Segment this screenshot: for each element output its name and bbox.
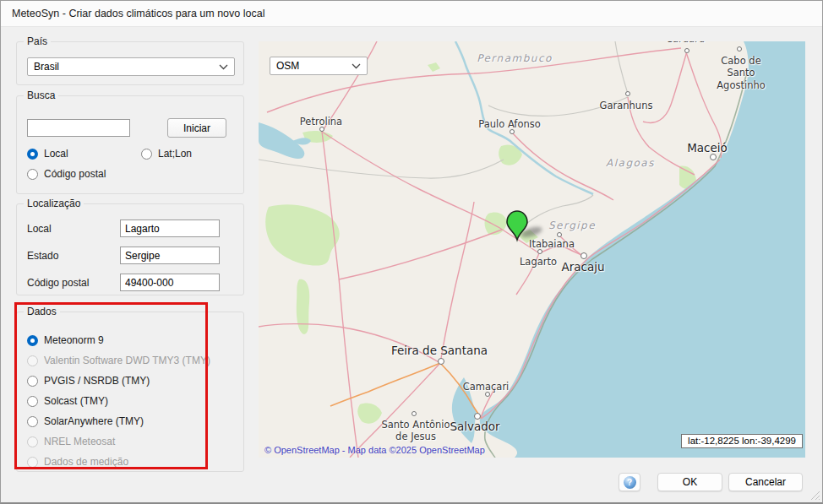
radio-dados-option: Valentin Software DWD TMY3 (TMY) <box>27 355 210 366</box>
group-busca-legend: Busca <box>24 89 58 102</box>
radio-label: Código postal <box>44 168 106 180</box>
radio-label: Lat;Lon <box>158 148 192 160</box>
local-field-label: Local <box>27 223 52 235</box>
map-layer-select-value: OSM <box>276 60 299 72</box>
chevron-down-icon <box>219 61 228 73</box>
help-icon: ? <box>624 476 636 489</box>
radio-icon <box>27 169 38 180</box>
radio-label: PVGIS / NSRDB (TMY) <box>44 375 150 387</box>
codigo-postal-field-label: Código postal <box>27 277 89 289</box>
window-title: MeteoSyn - Criar dados climáticos para u… <box>12 8 264 19</box>
radio-icon <box>27 355 38 366</box>
radio-icon <box>27 436 38 447</box>
radio-icon <box>27 416 38 427</box>
title-bar: MeteoSyn - Criar dados climáticos para u… <box>1 1 822 27</box>
meteosyn-dialog: MeteoSyn - Criar dados climáticos para u… <box>0 0 823 504</box>
radio-label: SolarAnywhere (TMY) <box>44 415 144 427</box>
map-attribution-link[interactable]: © OpenStreetMap - Map data ©2025 OpenStr… <box>264 445 485 455</box>
radio-busca-option[interactable]: Código postal <box>27 168 106 180</box>
help-button[interactable]: ? <box>619 473 640 491</box>
radio-busca-option[interactable]: Local <box>27 148 68 160</box>
radio-label: Dados de medição <box>44 456 128 468</box>
local-field[interactable] <box>120 219 220 237</box>
radio-label: Valentin Software DWD TMY3 (TMY) <box>44 355 210 366</box>
location-marker[interactable] <box>504 208 558 248</box>
group-dados: Dados Meteonorm 9 Valentin Software DWD … <box>16 312 244 472</box>
radio-dados-option[interactable]: Meteonorm 9 <box>27 334 104 346</box>
cursor-coordinates: lat:-12,8225 lon:-39,4299 <box>681 434 803 448</box>
radio-icon <box>27 396 38 407</box>
group-pais: País Brasil <box>16 41 244 85</box>
resize-grip[interactable] <box>810 490 820 501</box>
search-input[interactable] <box>27 119 130 137</box>
map-canvas[interactable]: CaruaruCabo de Santo AgostinhoPernambuco… <box>259 41 805 458</box>
map-layer-select[interactable]: OSM <box>270 57 368 75</box>
radio-icon <box>27 457 38 468</box>
radio-dados-option[interactable]: Solcast (TMY) <box>27 395 108 407</box>
ok-button[interactable]: OK <box>657 473 722 491</box>
radio-dados-option[interactable]: PVGIS / NSRDB (TMY) <box>27 375 150 387</box>
group-localizacao-legend: Localização <box>24 198 84 210</box>
radio-busca-option[interactable]: Lat;Lon <box>141 148 192 160</box>
radio-label: Local <box>44 148 68 160</box>
map-base-layer <box>259 41 805 458</box>
radio-icon <box>141 149 152 160</box>
radio-icon <box>27 335 38 346</box>
estado-field[interactable] <box>120 247 220 264</box>
radio-icon <box>27 149 38 160</box>
radio-label: Solcast (TMY) <box>44 395 108 407</box>
radio-dados-option[interactable]: SolarAnywhere (TMY) <box>27 415 144 427</box>
radio-dados-option: NREL Meteosat <box>27 436 115 447</box>
group-busca: Busca Iniciar Local Lat;Lon Código posta… <box>16 95 244 194</box>
country-select[interactable]: Brasil <box>27 57 235 76</box>
codigo-postal-field[interactable] <box>120 274 220 291</box>
group-dados-legend: Dados <box>24 306 60 318</box>
group-localizacao: Localização Local Estado Código postal <box>16 203 244 295</box>
country-select-value: Brasil <box>34 61 59 73</box>
cancel-button[interactable]: Cancelar <box>728 473 803 491</box>
radio-icon <box>27 376 38 387</box>
radio-label: Meteonorm 9 <box>44 334 104 346</box>
radio-dados-option: Dados de medição <box>27 456 128 468</box>
group-pais-legend: País <box>24 35 51 48</box>
radio-label: NREL Meteosat <box>44 436 115 447</box>
estado-field-label: Estado <box>27 250 58 262</box>
start-search-button[interactable]: Iniciar <box>167 118 226 138</box>
chevron-down-icon <box>352 60 361 72</box>
